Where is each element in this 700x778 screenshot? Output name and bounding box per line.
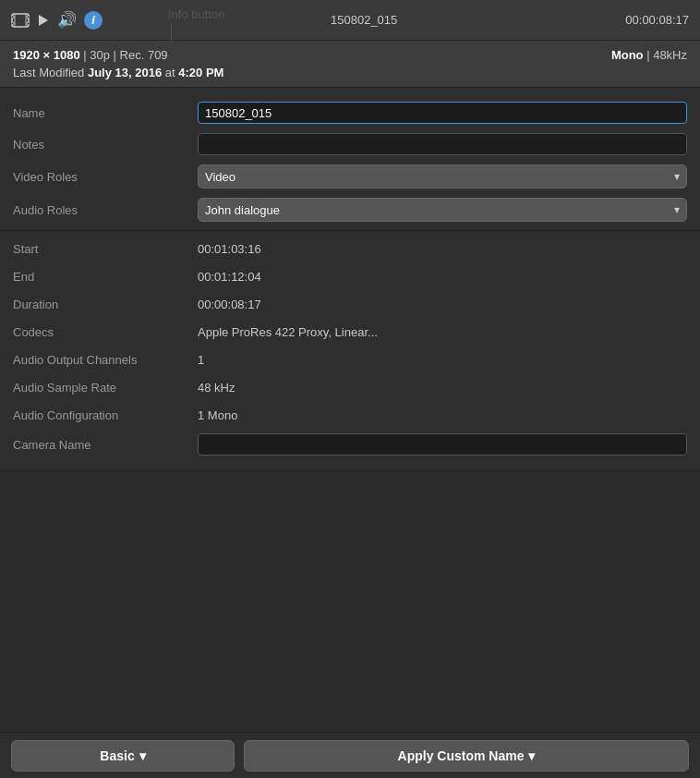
toolbar-icons: 🔊 i xyxy=(11,10,103,30)
field-label-audio-roles: Audio Roles xyxy=(13,203,198,217)
info-button[interactable]: i xyxy=(84,11,103,30)
modified-time: 4:20 PM xyxy=(178,66,223,79)
audio-roles-wrapper: John dialogue Dialogue Music Effects xyxy=(198,198,687,222)
field-label-audio-output-channels: Audio Output Channels xyxy=(13,353,198,367)
video-roles-select[interactable]: Video Titles B-Roll xyxy=(198,164,687,188)
name-input[interactable] xyxy=(198,102,687,124)
field-row-name: Name xyxy=(0,97,700,128)
field-value-audio-configuration: 1 Mono xyxy=(198,408,687,422)
field-row-audio-sample-rate: Audio Sample Rate 48 kHz xyxy=(0,373,700,401)
field-label-name: Name xyxy=(13,106,198,120)
divider-1 xyxy=(0,230,700,231)
field-row-camera-name: Camera Name xyxy=(0,429,700,460)
audio-roles-select[interactable]: John dialogue Dialogue Music Effects xyxy=(198,198,687,222)
camera-name-input[interactable] xyxy=(198,433,687,456)
notes-input[interactable] xyxy=(198,133,687,155)
svg-rect-4 xyxy=(27,22,30,25)
field-label-end: End xyxy=(13,270,198,284)
field-value-audio-sample-rate: 48 kHz xyxy=(198,381,687,395)
svg-rect-3 xyxy=(27,16,30,18)
video-roles-wrapper: Video Titles B-Roll xyxy=(198,164,687,188)
field-label-audio-sample-rate: Audio Sample Rate xyxy=(13,381,198,395)
apply-custom-name-button[interactable]: Apply Custom Name ▾ xyxy=(244,740,689,772)
fields-container: Name Notes Video Roles Video Titles B-Ro… xyxy=(0,88,700,469)
field-value-codecs: Apple ProRes 422 Proxy, Linear... xyxy=(198,325,687,339)
modified-date: July 13, 2016 xyxy=(88,66,162,79)
field-label-start: Start xyxy=(13,242,198,256)
film-icon xyxy=(11,13,30,28)
modified-at: at xyxy=(165,66,178,79)
field-value-start: 00:01:03:16 xyxy=(198,242,687,256)
field-row-codecs: Codecs Apple ProRes 422 Proxy, Linear... xyxy=(0,318,700,346)
audio-info: Mono | 48kHz xyxy=(611,48,687,62)
bottom-bar: Basic ▾ Apply Custom Name ▾ xyxy=(0,732,700,778)
field-value-end: 00:01:12:04 xyxy=(198,270,687,284)
field-label-audio-configuration: Audio Configuration xyxy=(13,408,198,422)
field-row-notes: Notes xyxy=(0,128,700,160)
field-value-audio-output-channels: 1 xyxy=(198,353,687,367)
field-label-video-roles: Video Roles xyxy=(13,170,198,184)
svg-rect-1 xyxy=(11,16,14,18)
toolbar: 🔊 i 150802_015 00:00:08:17 xyxy=(0,0,700,41)
field-value-duration: 00:00:08:17 xyxy=(198,298,687,311)
basic-button-label: Basic xyxy=(100,748,134,763)
info-row2: Last Modified July 13, 2016 at 4:20 PM xyxy=(13,66,687,79)
speaker-icon: 🔊 xyxy=(57,10,77,30)
format-info: | 30p | Rec. 709 xyxy=(83,48,167,62)
field-row-start: Start 00:01:03:16 xyxy=(0,235,700,262)
modified-label: Last Modified xyxy=(13,66,88,79)
field-label-codecs: Codecs xyxy=(13,325,198,339)
tooltip-arrow-line xyxy=(171,24,172,43)
field-row-end: End 00:01:12:04 xyxy=(0,262,700,290)
field-row-video-roles: Video Roles Video Titles B-Roll xyxy=(0,160,700,193)
toolbar-timecode: 00:00:08:17 xyxy=(625,13,689,27)
svg-marker-7 xyxy=(39,15,48,26)
field-row-duration: Duration 00:00:08:17 xyxy=(0,290,700,318)
field-label-notes: Notes xyxy=(13,138,198,152)
svg-rect-2 xyxy=(11,22,14,25)
main-content: Name Notes Video Roles Video Titles B-Ro… xyxy=(0,88,700,469)
field-label-camera-name: Camera Name xyxy=(13,438,198,452)
play-icon xyxy=(37,14,50,27)
tooltip-label: Info button xyxy=(168,7,224,21)
info-row1: 1920 × 1080 | 30p | Rec. 709 Mono | 48kH… xyxy=(13,48,687,62)
field-row-audio-roles: Audio Roles John dialogue Dialogue Music… xyxy=(0,193,700,226)
apply-button-chevron: ▾ xyxy=(528,748,535,763)
apply-button-label: Apply Custom Name xyxy=(398,748,525,763)
info-panel: 1920 × 1080 | 30p | Rec. 709 Mono | 48kH… xyxy=(0,41,700,88)
field-row-audio-output-channels: Audio Output Channels 1 xyxy=(0,346,700,373)
basic-button[interactable]: Basic ▾ xyxy=(11,740,235,772)
resolution-info: 1920 × 1080 xyxy=(13,48,80,62)
field-label-duration: Duration xyxy=(13,298,198,311)
basic-button-chevron: ▾ xyxy=(139,748,146,763)
field-row-audio-configuration: Audio Configuration 1 Mono xyxy=(0,401,700,429)
